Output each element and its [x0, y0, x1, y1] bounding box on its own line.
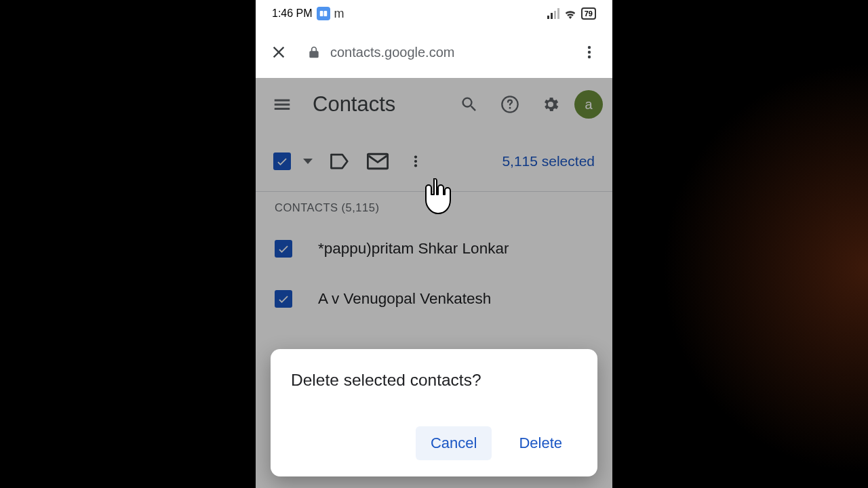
status-time: 1:46 PM [272, 7, 313, 20]
svg-point-8 [588, 56, 591, 58]
svg-rect-0 [319, 11, 323, 16]
background-glow [610, 0, 868, 488]
svg-rect-2 [547, 16, 549, 19]
svg-rect-3 [551, 13, 553, 19]
svg-point-14 [414, 164, 417, 167]
contact-name: *pappu)pritam Shkar Lonkar [318, 240, 509, 258]
contact-row[interactable]: *pappu)pritam Shkar Lonkar [256, 224, 612, 274]
hamburger-icon[interactable] [265, 87, 299, 121]
status-app-icon [317, 7, 330, 20]
battery-icon: 79 [581, 7, 596, 20]
dialog-actions: Cancel Delete [291, 426, 577, 460]
svg-rect-4 [554, 11, 556, 19]
page-title: Contacts [313, 92, 395, 117]
selection-more-icon[interactable] [405, 150, 427, 172]
browser-more-icon[interactable] [578, 41, 600, 63]
avatar-letter: a [585, 97, 592, 113]
contact-row[interactable]: A v Venugopal Venkatesh [256, 274, 612, 324]
url-bar[interactable]: contacts.google.com [307, 45, 561, 60]
svg-rect-5 [557, 8, 559, 19]
avatar[interactable]: a [574, 90, 603, 119]
contact-checkbox[interactable] [275, 240, 292, 258]
selection-bar: 5,115 selected [256, 131, 612, 192]
close-icon[interactable] [268, 41, 290, 63]
contact-name: A v Venugopal Venkatesh [318, 290, 491, 308]
dialog-title: Delete selected contacts? [291, 371, 577, 390]
search-icon[interactable] [452, 87, 486, 121]
lock-icon [307, 45, 321, 60]
gear-icon[interactable] [534, 87, 568, 121]
app-header: Contacts a [256, 78, 612, 131]
selection-count: 5,115 selected [502, 153, 595, 169]
status-bar: 1:46 PM m 79 [256, 0, 612, 27]
svg-point-7 [588, 51, 591, 54]
svg-point-13 [414, 159, 417, 162]
wifi-icon [564, 8, 577, 19]
status-left: 1:46 PM m [272, 7, 344, 21]
phone-frame: 1:46 PM m 79 contacts.google.com [256, 0, 612, 488]
svg-point-10 [509, 107, 511, 109]
app-area: Contacts a [256, 78, 612, 488]
battery-level: 79 [585, 9, 593, 18]
label-icon[interactable] [329, 150, 351, 172]
email-icon[interactable] [367, 150, 389, 172]
cancel-button[interactable]: Cancel [416, 426, 492, 460]
status-right: 79 [547, 7, 596, 20]
delete-button[interactable]: Delete [504, 426, 577, 460]
contact-checkbox[interactable] [275, 290, 292, 308]
section-label: CONTACTS (5,115) [256, 192, 612, 224]
url-text: contacts.google.com [330, 45, 454, 60]
chevron-down-icon[interactable] [303, 159, 313, 164]
delete-dialog: Delete selected contacts? Cancel Delete [271, 349, 597, 476]
status-m-icon: m [334, 7, 344, 21]
svg-point-12 [414, 155, 417, 158]
svg-point-6 [588, 46, 591, 49]
select-all-checkbox[interactable] [273, 152, 291, 170]
help-icon[interactable] [493, 87, 527, 121]
svg-rect-1 [323, 11, 327, 16]
browser-bar: contacts.google.com [256, 27, 612, 78]
signal-icon [547, 8, 559, 19]
